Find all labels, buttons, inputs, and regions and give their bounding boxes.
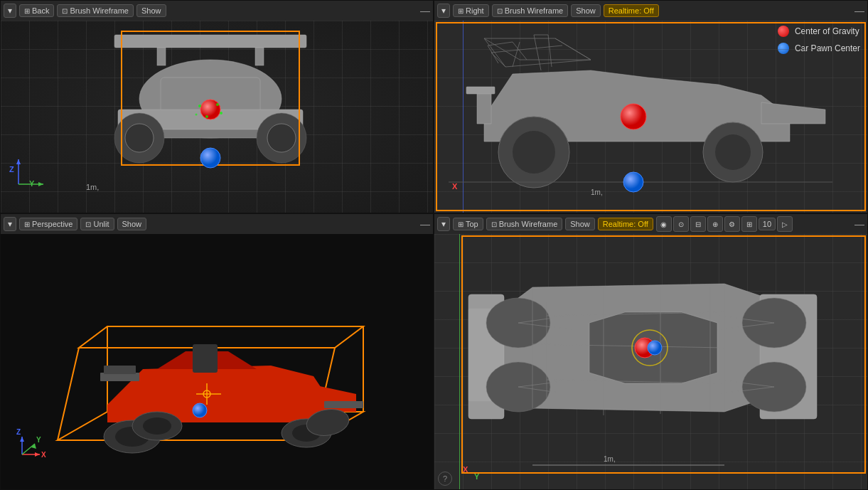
icon-globe[interactable]: ⊕ [707, 216, 723, 232]
svg-line-32 [513, 42, 520, 67]
viewport-perspective-canvas[interactable]: Z X Y [1, 234, 433, 489]
viewport-right-mode-btn[interactable]: ⊡ Brush Wireframe [492, 4, 569, 17]
viewport-back-canvas[interactable]: Z Y 1m, [1, 21, 433, 213]
viewport-right-realtime[interactable]: Realtime: Off [604, 4, 659, 17]
viewport-perspective-mode-btn[interactable]: ⊡ Unlit [80, 218, 114, 230]
viewport-back: ▾ ⊞ Back ⊡ Brush Wireframe Show — [0, 0, 434, 213]
svg-text:1m,: 1m, [591, 188, 603, 196]
svg-rect-58 [104, 366, 136, 374]
viewport-top-header: ▾ ⊞ Top ⊡ Brush Wireframe Show Realtime:… [434, 214, 867, 234]
viewport-back-minimize[interactable]: — [420, 5, 430, 16]
svg-point-13 [198, 105, 201, 107]
viewport-right-mode: Brush Wireframe [505, 6, 564, 15]
viewport-top: ▾ ⊞ Top ⊡ Brush Wireframe Show Realtime:… [434, 213, 868, 490]
viewport-back-show-btn[interactable]: Show [136, 4, 166, 17]
svg-text:1m,: 1m, [604, 455, 616, 463]
viewport-right: ▾ ⊞ Right ⊡ Brush Wireframe Show Realtim… [434, 0, 868, 213]
viewport-right-show: Show [576, 6, 596, 15]
top-axis-green [459, 234, 460, 489]
svg-text:X: X [452, 182, 458, 191]
viewport-top-dropdown[interactable]: ▾ [437, 217, 450, 231]
svg-line-29 [555, 38, 591, 60]
svg-point-14 [216, 103, 219, 106]
viewport-top-name: Top [466, 220, 478, 228]
viewport-perspective-show-btn[interactable]: Show [117, 218, 147, 230]
help-icon[interactable]: ? [438, 472, 452, 486]
viewport-back-mode: Brush Wireframe [70, 6, 129, 15]
viewport-right-dropdown[interactable]: ▾ [437, 4, 450, 18]
viewport-perspective-dropdown[interactable]: ▾ [4, 217, 16, 231]
svg-point-18 [200, 148, 220, 168]
svg-rect-56 [193, 344, 218, 373]
viewport-back-name: Back [32, 6, 49, 15]
svg-point-8 [125, 124, 154, 152]
svg-text:X: X [41, 451, 46, 459]
svg-marker-21 [16, 159, 21, 164]
viewport-right-minimize[interactable]: — [854, 5, 864, 16]
viewport-back-dropdown[interactable]: ▾ [4, 4, 16, 18]
svg-line-34 [548, 35, 552, 67]
icon-settings[interactable]: ⚙ [724, 216, 740, 232]
viewport-perspective-show: Show [122, 220, 142, 228]
viewport-perspective-header: ▾ ⊞ Perspective ⊡ Unlit Show — [1, 214, 433, 234]
viewport-top-minimize[interactable]: — [854, 218, 864, 230]
svg-point-12 [200, 100, 220, 119]
icon-expand[interactable]: ▷ [777, 216, 793, 232]
viewport-top-show: Show [570, 220, 590, 228]
icon-screen[interactable]: ⊟ [690, 216, 706, 232]
svg-rect-39 [466, 87, 495, 94]
viewport-top-canvas[interactable]: 1m, X Y ? [434, 234, 867, 489]
top-num-badge: 10 [759, 218, 776, 230]
viewport-grid: ▾ ⊞ Back ⊡ Brush Wireframe Show — [0, 0, 868, 490]
svg-text:Y: Y [36, 436, 41, 444]
viewport-right-canvas[interactable]: X 1m, [434, 21, 867, 213]
car-top-svg: 1m, X Y [461, 238, 867, 479]
axis-gizmo-back [8, 156, 50, 191]
svg-line-25 [484, 38, 520, 60]
viewport-back-header: ▾ ⊞ Back ⊡ Brush Wireframe Show — [1, 1, 433, 21]
icon-sphere[interactable]: ◉ [656, 216, 672, 232]
viewport-back-name-btn[interactable]: ⊞ Back [19, 4, 54, 17]
back-measure: 1m, [86, 183, 99, 191]
icon-camera[interactable]: ⊙ [673, 216, 689, 232]
svg-point-43 [513, 131, 555, 174]
viewport-top-mode: Brush Wireframe [499, 220, 558, 228]
svg-marker-22 [38, 182, 43, 186]
svg-point-66 [143, 417, 171, 435]
svg-text:X: X [463, 465, 468, 474]
svg-point-46 [623, 172, 643, 192]
icon-grid[interactable]: ⊞ [741, 216, 757, 232]
viewport-perspective-mode: Unlit [93, 220, 109, 228]
car-perspective-svg: Z X Y [1, 234, 427, 490]
svg-point-105 [648, 341, 662, 355]
svg-point-17 [195, 114, 198, 116]
svg-rect-59 [324, 401, 363, 408]
viewport-back-show: Show [141, 6, 161, 15]
svg-text:Z: Z [16, 428, 21, 436]
svg-line-38 [488, 46, 498, 63]
svg-line-27 [484, 38, 505, 67]
svg-point-67 [193, 403, 207, 417]
viewport-right-header: ▾ ⊞ Right ⊡ Brush Wireframe Show Realtim… [434, 1, 867, 21]
viewport-right-show-btn[interactable]: Show [571, 4, 601, 17]
svg-text:Y: Y [474, 472, 480, 479]
viewport-right-name-btn[interactable]: ⊞ Right [453, 4, 489, 17]
viewport-perspective-name: Perspective [32, 220, 73, 228]
viewport-perspective-minimize[interactable]: — [420, 218, 430, 230]
svg-point-16 [220, 112, 223, 114]
svg-rect-0 [114, 35, 306, 48]
viewport-top-mode-btn[interactable]: ⊡ Brush Wireframe [486, 218, 563, 230]
viewport-top-realtime[interactable]: Realtime: Off [598, 218, 653, 230]
viewport-perspective: ▾ ⊞ Perspective ⊡ Unlit Show — [0, 213, 434, 490]
svg-point-10 [267, 124, 296, 152]
viewport-back-mode-btn[interactable]: ⊡ Brush Wireframe [57, 4, 134, 17]
car-back-svg [58, 28, 363, 191]
viewport-top-show-btn[interactable]: Show [565, 218, 595, 230]
viewport-top-name-btn[interactable]: ⊞ Top [453, 218, 483, 230]
svg-rect-2 [255, 48, 264, 65]
svg-point-41 [715, 134, 751, 170]
viewport-perspective-name-btn[interactable]: ⊞ Perspective [19, 218, 77, 230]
svg-line-28 [505, 60, 591, 67]
svg-rect-1 [157, 48, 166, 65]
car-right-svg: X 1m, [449, 31, 840, 202]
